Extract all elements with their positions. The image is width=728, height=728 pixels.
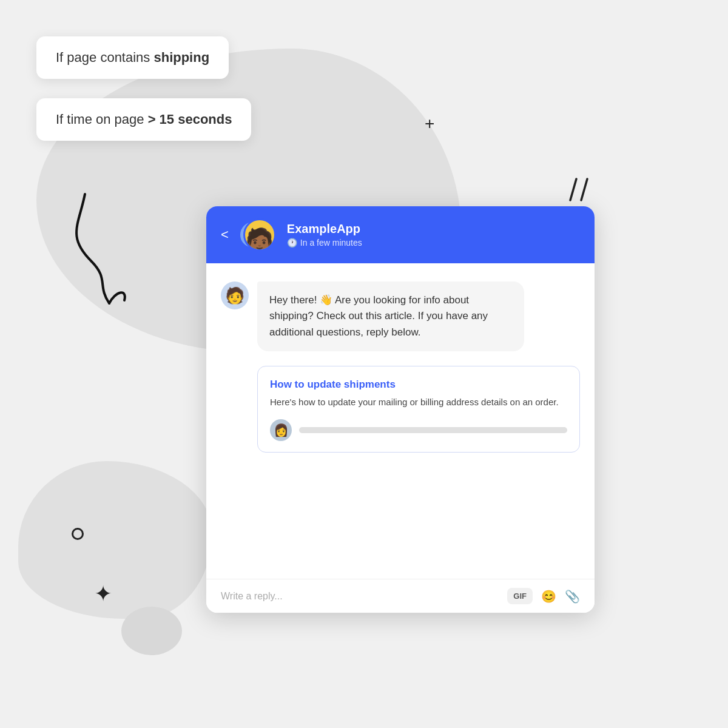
back-button[interactable]: < — [221, 227, 229, 243]
condition-card-time-on-page: If time on page > 15 seconds — [36, 98, 251, 141]
article-title: How to update shipments — [270, 379, 567, 391]
emoji-icon[interactable]: 😊 — [541, 589, 556, 604]
background-blob-bottom-small — [121, 607, 182, 655]
chat-body: 🧑 Hey there! 👋 Are you looking for info … — [206, 263, 595, 579]
condition-card-page-contains: If page contains shipping — [36, 36, 229, 79]
deco-lines-icon — [564, 176, 601, 206]
chat-app-name: ExampleApp — [287, 222, 580, 236]
condition-card-1-prefix: If page contains — [56, 50, 153, 65]
article-author-emoji: 👩 — [274, 423, 289, 437]
gif-button[interactable]: GIF — [507, 588, 533, 604]
condition-card-2-bold: > 15 seconds — [148, 112, 232, 127]
article-description: Here's how to update your mailing or bil… — [270, 396, 567, 410]
avatar-main: 🧑🏾 — [243, 218, 276, 251]
chat-footer: Write a reply... GIF 😊 📎 — [206, 579, 595, 613]
svg-line-0 — [570, 179, 576, 200]
deco-circle-icon — [72, 528, 84, 540]
condition-card-1-bold: shipping — [153, 50, 209, 65]
header-avatars: 🧑🏾 — [238, 218, 277, 251]
article-author-avatar: 👩 — [270, 419, 292, 441]
article-footer: 👩 — [270, 419, 567, 441]
condition-card-2-prefix: If time on page — [56, 112, 148, 127]
condition-cards: If page contains shipping If time on pag… — [36, 36, 251, 150]
chat-input[interactable]: Write a reply... — [221, 591, 283, 602]
bot-avatar-emoji: 🧑 — [225, 286, 244, 305]
attach-icon[interactable]: 📎 — [565, 589, 580, 604]
chat-header: < 🧑🏾 ExampleApp 🕐 In a few minutes — [206, 206, 595, 263]
bot-message-bubble: Hey there! 👋 Are you looking for info ab… — [257, 281, 524, 351]
bot-message-text: Hey there! 👋 Are you looking for info ab… — [269, 294, 488, 338]
chat-footer-actions: GIF 😊 📎 — [507, 588, 580, 604]
svg-line-1 — [581, 179, 587, 200]
deco-star-icon: ✦ — [94, 581, 112, 607]
article-card[interactable]: How to update shipments Here's how to up… — [257, 366, 580, 453]
clock-icon: 🕐 — [287, 238, 297, 248]
chat-header-info: ExampleApp 🕐 In a few minutes — [287, 222, 580, 248]
deco-plus-icon: + — [425, 114, 434, 133]
bot-message-row: 🧑 Hey there! 👋 Are you looking for info … — [221, 281, 580, 351]
curly-arrow-decoration — [61, 188, 218, 309]
chat-header-status: 🕐 In a few minutes — [287, 238, 580, 248]
chat-widget: < 🧑🏾 ExampleApp 🕐 In a few minutes 🧑 Hey… — [206, 206, 595, 613]
avatar-face-emoji: 🧑🏾 — [245, 229, 274, 251]
bot-avatar: 🧑 — [221, 281, 249, 309]
article-progress-bar — [299, 427, 567, 433]
background-blob-bottom-left — [18, 461, 212, 619]
chat-status-text: In a few minutes — [300, 238, 362, 248]
